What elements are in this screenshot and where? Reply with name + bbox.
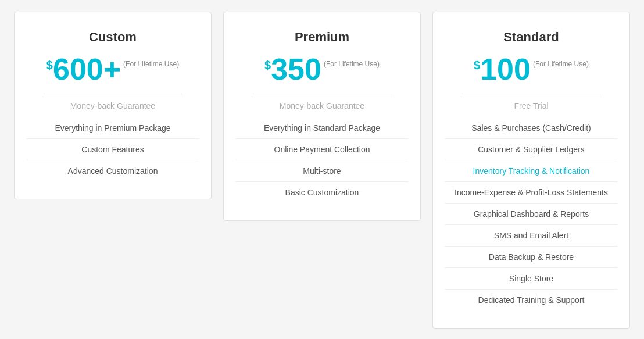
feature-item-premium-2: Multi-store [235, 160, 409, 182]
price-amount-custom: 600+ [53, 54, 121, 84]
plan-name-standard: Standard [445, 30, 618, 45]
plan-subtext-standard: Free Trial [445, 101, 618, 110]
feature-item-custom-2: Advanced Customization [26, 160, 199, 181]
pricing-container: Custom$600+(For Lifetime Use)Money-back … [12, 12, 632, 329]
price-note-standard: (For Lifetime Use) [533, 60, 589, 68]
feature-item-custom-1: Custom Features [26, 139, 199, 160]
plan-card-standard: Standard$100(For Lifetime Use)Free Trial… [432, 12, 630, 329]
feature-item-standard-6: Data Backup & Restore [445, 247, 618, 268]
price-note-premium: (For Lifetime Use) [324, 60, 380, 68]
divider-top-custom [44, 94, 182, 94]
feature-item-standard-8: Dedicated Training & Support [445, 290, 618, 311]
feature-item-premium-3: Basic Customization [235, 182, 409, 203]
feature-item-standard-3: Income-Expense & Profit-Loss Statements [445, 182, 618, 204]
price-dollar-standard: $ [474, 59, 480, 72]
feature-item-standard-0: Sales & Purchases (Cash/Credit) [445, 117, 618, 139]
price-dollar-premium: $ [264, 59, 271, 72]
feature-item-standard-2: Inventory Tracking & Notification [445, 160, 618, 182]
plan-subtext-custom: Money-back Guarantee [26, 101, 199, 110]
plan-name-premium: Premium [235, 30, 409, 45]
plan-name-custom: Custom [26, 30, 199, 45]
feature-item-standard-1: Customer & Supplier Ledgers [445, 139, 618, 160]
price-amount-standard: 100 [480, 54, 531, 84]
price-row-premium: $350(For Lifetime Use) [235, 54, 409, 84]
divider-top-standard [462, 94, 600, 94]
plan-card-premium: Premium$350(For Lifetime Use)Money-back … [223, 12, 421, 221]
divider-top-premium [253, 94, 391, 94]
feature-item-custom-0: Everything in Premium Package [26, 117, 199, 139]
price-note-custom: (For Lifetime Use) [123, 60, 179, 68]
feature-item-standard-5: SMS and Email Alert [445, 225, 618, 247]
price-amount-premium: 350 [271, 54, 321, 84]
price-row-standard: $100(For Lifetime Use) [445, 54, 618, 84]
feature-item-standard-7: Single Store [445, 268, 618, 290]
price-row-custom: $600+(For Lifetime Use) [26, 54, 199, 84]
feature-item-premium-0: Everything in Standard Package [235, 117, 409, 139]
feature-item-standard-4: Graphical Dashboard & Reports [445, 204, 618, 225]
plan-card-custom: Custom$600+(For Lifetime Use)Money-back … [14, 12, 212, 199]
plan-subtext-premium: Money-back Guarantee [235, 101, 409, 110]
price-dollar-custom: $ [46, 59, 53, 72]
feature-item-premium-1: Online Payment Collection [235, 139, 409, 160]
